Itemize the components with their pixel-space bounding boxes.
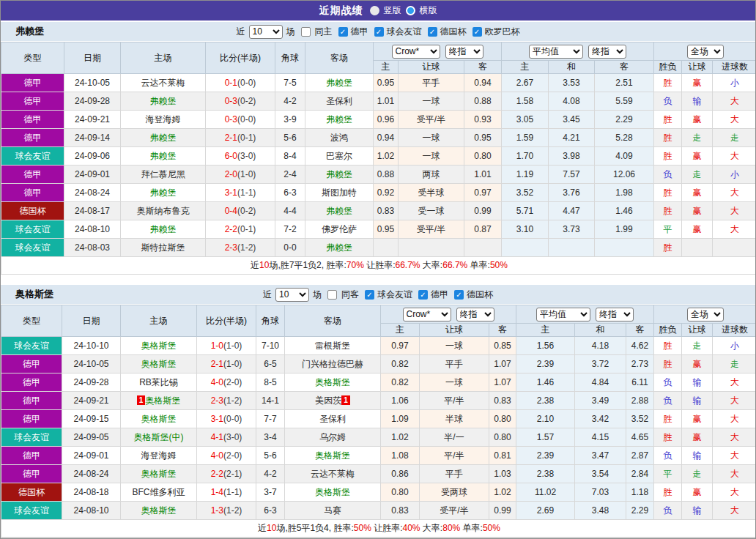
corners-cell: 3-7 xyxy=(256,483,285,502)
odds-home-cell: 0.94 xyxy=(374,129,399,147)
goals-result-cell: 走 xyxy=(713,129,756,147)
odds-home-cell: 0.82 xyxy=(381,373,420,392)
odds-handicap-cell: 受平/半 xyxy=(420,502,489,520)
away-team-cell: 弗赖堡 xyxy=(305,74,374,92)
table-row: 德国杯24-08-17奥斯纳布鲁克0-4(0-2)4-4弗赖堡0.83受一球0.… xyxy=(1,202,756,220)
avg-away-cell: 4.62 xyxy=(626,337,654,355)
goals-result-cell: 大 xyxy=(713,502,756,520)
odds-away-cell: 0.80 xyxy=(489,428,516,447)
table-row: 德甲24-09-15奥格斯堡3-1(0-0)7-7圣保利1.09半球0.802.… xyxy=(1,410,756,428)
home-team-cell: 奥格斯堡(中) xyxy=(121,428,197,447)
league-checkbox[interactable]: ✓ xyxy=(338,27,348,37)
date-cell: 24-08-24 xyxy=(64,184,121,202)
scope-select[interactable]: 全场 xyxy=(687,45,724,59)
full-time-score: 1-3 xyxy=(211,505,223,516)
score-cell: 2-3(1-2) xyxy=(206,239,275,257)
column-header: 日期 xyxy=(62,305,121,337)
handicap-result-cell: 走 xyxy=(682,337,713,355)
odds-handicap-cell: 平手 xyxy=(399,74,464,92)
avg-provider-select[interactable]: 平均值 xyxy=(536,308,590,321)
red-card-badge: 1 xyxy=(137,395,146,405)
odds-handicap-cell: 两球 xyxy=(399,166,464,184)
league-checkbox[interactable]: ✓ xyxy=(365,290,374,300)
matches-count-select[interactable]: 10 xyxy=(275,288,309,302)
league-checkbox[interactable]: ✓ xyxy=(374,27,384,37)
odds-provider-select[interactable]: Crow* xyxy=(392,45,440,59)
home-team-cell: 拜仁慕尼黑 xyxy=(121,166,206,184)
summary-label: 场,胜5平1负4, 胜率: xyxy=(276,523,353,533)
column-header: 主场 xyxy=(121,42,206,74)
score-cell: 6-0(3-0) xyxy=(206,147,275,166)
avg-stage-select[interactable]: 终指 xyxy=(596,308,634,321)
same-side-checkbox[interactable] xyxy=(301,27,311,37)
avg-away-cell: 2.87 xyxy=(626,447,654,465)
summary-cell: 近10场,胜5平1负4, 胜率:50% 让胜率:40% 大率:80% 单率:50… xyxy=(1,520,756,538)
away-team-name: 弗赖堡 xyxy=(326,242,352,253)
vertical-layout-label[interactable]: 竖版 xyxy=(384,4,401,17)
home-team-name: 奥格斯堡 xyxy=(141,505,177,516)
score-cell: 3-1(1-1) xyxy=(206,184,275,202)
league-checkbox[interactable]: ✓ xyxy=(428,27,437,37)
goals-result-cell: 大 xyxy=(713,220,756,239)
same-side-checkbox[interactable] xyxy=(327,290,337,300)
horizontal-layout-radio-icon[interactable] xyxy=(406,6,415,15)
scope-select[interactable]: 全场 xyxy=(687,308,724,321)
corners-cell: 4-2 xyxy=(256,465,285,483)
odds-stage-select[interactable]: 终指 xyxy=(456,308,494,321)
avg-group-header: 平均值终指 xyxy=(502,42,654,61)
sub-column-header: 进球数 xyxy=(713,324,756,337)
avg-away-cell: 6.11 xyxy=(626,373,654,392)
full-time-score: 3-1 xyxy=(211,414,223,424)
away-team-name: 佛罗伦萨 xyxy=(322,224,357,234)
away-team-name: 雷根斯堡 xyxy=(315,341,350,351)
full-time-score: 2-2 xyxy=(211,469,223,479)
horizontal-layout-label[interactable]: 横版 xyxy=(420,4,437,17)
league-checkbox[interactable]: ✓ xyxy=(472,27,482,37)
score-cell: 0-1(0-0) xyxy=(206,74,275,92)
avg-home-cell: 2.38 xyxy=(516,465,575,483)
summary-value: 50% xyxy=(490,260,508,270)
avg-draw-cell: 4.15 xyxy=(575,428,626,447)
avg-draw-cell: 3.42 xyxy=(575,410,626,428)
avg-stage-select[interactable]: 终指 xyxy=(588,45,626,59)
league-cell: 德甲 xyxy=(1,392,62,410)
half-time-score: (1-1) xyxy=(237,187,256,198)
away-team-name: 圣保利 xyxy=(319,414,346,424)
odds-stage-select[interactable]: 终指 xyxy=(445,45,483,59)
score-cell: 3-1(0-0) xyxy=(197,410,256,428)
table-row: 球会友谊24-09-06弗赖堡6-0(3-0)8-4巴塞尔1.02一球0.801… xyxy=(1,147,756,166)
league-cell: 德甲 xyxy=(1,74,64,92)
league-label: 球会友谊 xyxy=(387,26,422,38)
away-team-cell: 奥格斯堡 xyxy=(285,483,381,502)
league-label: 德国杯 xyxy=(440,26,467,38)
avg-draw-cell: 3.45 xyxy=(549,111,595,129)
odds-away-cell: 1.02 xyxy=(489,483,516,502)
summary-label: 单率: xyxy=(460,523,483,533)
league-checkbox[interactable]: ✓ xyxy=(418,290,428,300)
result-cell: 负 xyxy=(654,92,682,111)
avg-select-wrap: 平均值终指 xyxy=(516,308,653,321)
league-checkbox[interactable]: ✓ xyxy=(454,290,464,300)
date-cell: 24-08-10 xyxy=(62,502,121,520)
handicap-result-cell: 赢 xyxy=(682,355,713,373)
same-side-label: 同客 xyxy=(341,289,359,301)
avg-provider-select[interactable]: 平均值 xyxy=(529,45,583,59)
away-team-name: 美因茨 xyxy=(315,395,341,406)
matches-count-select[interactable]: 10 xyxy=(249,25,283,39)
score-cell: 1-0(1-0) xyxy=(197,337,256,355)
summary-row: 近10场,胜7平1负2, 胜率:70% 让胜率:66.7% 大率:66.7% 单… xyxy=(1,257,756,275)
score-cell: 2-3(1-2) xyxy=(197,392,256,410)
away-team-name: 弗赖堡 xyxy=(326,78,352,88)
goals-result-cell: 大 xyxy=(713,447,756,465)
column-header: 类型 xyxy=(1,42,64,74)
table-row: 球会友谊24-08-10奥格斯堡1-3(1-2)6-3马赛0.83受平/半0.9… xyxy=(1,502,756,520)
avg-away-cell: 5.28 xyxy=(595,129,654,147)
half-time-score: (3-0) xyxy=(223,432,242,442)
odds-provider-select[interactable]: Crow* xyxy=(403,308,451,321)
summary-value: 70% xyxy=(346,260,364,270)
vertical-layout-radio-icon[interactable] xyxy=(370,6,379,15)
away-team-name: 奥格斯堡 xyxy=(315,487,350,497)
home-team-cell: BFC维多利亚 xyxy=(121,483,197,502)
summary-value: 10 xyxy=(259,260,269,270)
column-header: 比分(半场) xyxy=(206,42,275,74)
